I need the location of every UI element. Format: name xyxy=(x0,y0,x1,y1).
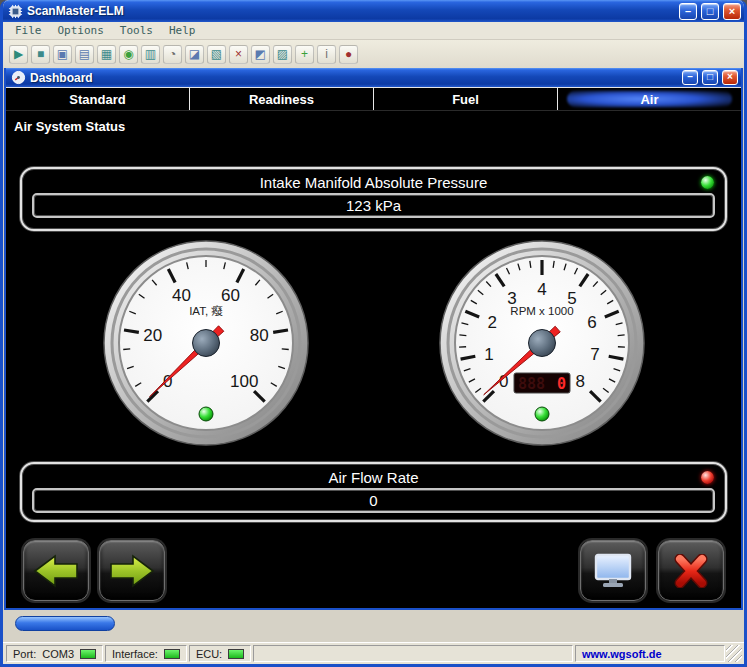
dashboard-button-row xyxy=(6,540,741,601)
settings-icon[interactable]: + xyxy=(295,45,314,64)
iat-gauge: 020406080100IAT, 癈 xyxy=(101,238,311,448)
imap-value-display: 123 kPa xyxy=(32,193,715,218)
statusbar-value: COM3 xyxy=(42,648,74,660)
status-led-icon xyxy=(228,649,244,659)
tab-readiness[interactable]: Readiness xyxy=(189,88,373,110)
statusbar-cell-interface: Interface: xyxy=(105,645,187,662)
codes-icon[interactable]: ▤ xyxy=(75,45,94,64)
statusbar-label: ECU: xyxy=(196,648,222,660)
statusbar-label: Port: xyxy=(13,648,36,660)
website-link[interactable]: www.wgsoft.de xyxy=(582,648,662,660)
progress-bar xyxy=(15,616,115,631)
clear-codes-icon[interactable]: × xyxy=(229,45,248,64)
bottom-strip xyxy=(3,610,744,642)
svg-text:1: 1 xyxy=(484,345,493,364)
tab-bar: StandardReadinessFuelAir xyxy=(6,88,741,111)
close-dashboard-button[interactable] xyxy=(658,540,724,601)
svg-text:80: 80 xyxy=(249,326,268,345)
statusbar-cell-port: Port:COM3 xyxy=(6,645,103,662)
menu-bar: FileOptionsToolsHelp xyxy=(3,22,744,40)
tab-fuel[interactable]: Fuel xyxy=(373,88,557,110)
menu-options[interactable]: Options xyxy=(50,23,112,38)
tab-standard[interactable]: Standard xyxy=(6,88,189,110)
svg-text:40: 40 xyxy=(172,286,191,305)
statusbar-website-cell: www.wgsoft.de xyxy=(575,645,725,662)
monitor-icon xyxy=(592,553,634,589)
dashboard-window-icon xyxy=(11,70,26,85)
display-settings-button[interactable] xyxy=(580,540,646,601)
gauge-row: 020406080100IAT, 癈 012345678RPM x 100088… xyxy=(6,238,741,450)
close-button[interactable]: × xyxy=(723,3,741,20)
menu-tools[interactable]: Tools xyxy=(112,23,161,38)
tab-label: Air xyxy=(640,92,658,107)
previous-page-button[interactable] xyxy=(23,540,89,601)
freeze-frame-icon[interactable]: ▦ xyxy=(97,45,116,64)
main-window: ScanMaster-ELM – □ × FileOptionsToolsHel… xyxy=(0,0,747,667)
print-icon[interactable]: ▨ xyxy=(273,45,292,64)
dashboard-icon[interactable]: ◔ xyxy=(163,45,182,64)
dashboard-content: Air System Status Intake Manifold Absolu… xyxy=(6,111,741,608)
close-x-icon xyxy=(671,554,711,588)
tab-air[interactable]: Air xyxy=(557,88,741,110)
svg-text:RPM x 1000: RPM x 1000 xyxy=(510,305,573,317)
rpm-gauge: 012345678RPM x 10008880 xyxy=(437,238,647,448)
dashboard-titlebar: Dashboard – □ × xyxy=(6,68,741,88)
info-icon[interactable]: i xyxy=(317,45,336,64)
imap-panel-title: Intake Manifold Absolute Pressure xyxy=(32,172,715,193)
statusbar-label: Interface: xyxy=(112,648,158,660)
svg-text:IAT, 癈: IAT, 癈 xyxy=(189,305,223,317)
main-titlebar: ScanMaster-ELM – □ × xyxy=(3,0,744,22)
imap-status-led-icon xyxy=(701,176,714,189)
sensors-icon[interactable]: ◉ xyxy=(119,45,138,64)
ecu-icon[interactable]: ▣ xyxy=(53,45,72,64)
arrow-left-icon xyxy=(33,554,79,588)
save-icon[interactable]: ◩ xyxy=(251,45,270,64)
svg-text:60: 60 xyxy=(221,286,240,305)
statusbar-spacer xyxy=(253,645,573,662)
svg-text:7: 7 xyxy=(590,345,599,364)
status-bar: Port:COM3Interface:ECU:www.wgsoft.de xyxy=(3,642,744,664)
main-client-area: Dashboard – □ × StandardReadinessFuelAir… xyxy=(3,68,744,642)
airflow-status-led-icon xyxy=(701,471,714,484)
svg-text:8: 8 xyxy=(575,372,584,391)
exit-icon[interactable]: ● xyxy=(339,45,358,64)
svg-text:6: 6 xyxy=(587,313,596,332)
menu-help[interactable]: Help xyxy=(161,23,204,38)
airflow-value-display: 0 xyxy=(32,488,715,513)
connect-icon[interactable]: ▶ xyxy=(9,45,28,64)
disconnect-icon[interactable]: ■ xyxy=(31,45,50,64)
dashboard-close-button[interactable]: × xyxy=(722,70,738,85)
tab-label: Standard xyxy=(69,92,125,107)
app-icon xyxy=(8,4,23,19)
section-title: Air System Status xyxy=(6,111,741,133)
status-led-icon xyxy=(164,649,180,659)
airflow-panel: Air Flow Rate 0 xyxy=(20,462,727,522)
log-icon[interactable]: ▧ xyxy=(207,45,226,64)
graph-icon[interactable]: ◪ xyxy=(185,45,204,64)
resize-grip[interactable] xyxy=(726,645,742,662)
svg-text:20: 20 xyxy=(143,326,162,345)
airflow-panel-title: Air Flow Rate xyxy=(32,467,715,488)
dashboard-title: Dashboard xyxy=(30,71,678,85)
imap-panel: Intake Manifold Absolute Pressure 123 kP… xyxy=(20,167,727,231)
svg-text:888: 888 xyxy=(518,375,545,393)
statusbar-cell-ecu: ECU: xyxy=(189,645,251,662)
window-title: ScanMaster-ELM xyxy=(27,4,675,18)
dashboard-minimize-button[interactable]: – xyxy=(682,70,698,85)
svg-text:100: 100 xyxy=(229,372,257,391)
svg-text:0: 0 xyxy=(556,375,565,393)
svg-text:4: 4 xyxy=(537,280,546,299)
dashboard-window: Dashboard – □ × StandardReadinessFuelAir… xyxy=(4,68,743,610)
dashboard-maximize-button[interactable]: □ xyxy=(702,70,718,85)
minimize-button[interactable]: – xyxy=(679,3,697,20)
svg-text:2: 2 xyxy=(487,313,496,332)
toolbar: ▶■▣▤▦◉▥◔◪▧×◩▨+i● xyxy=(3,40,744,68)
tab-label: Fuel xyxy=(452,92,479,107)
arrow-right-icon xyxy=(109,554,155,588)
tab-label: Readiness xyxy=(249,92,314,107)
actuators-icon[interactable]: ▥ xyxy=(141,45,160,64)
menu-file[interactable]: File xyxy=(7,23,50,38)
next-page-button[interactable] xyxy=(99,540,165,601)
status-led-icon xyxy=(80,649,96,659)
maximize-button[interactable]: □ xyxy=(701,3,719,20)
